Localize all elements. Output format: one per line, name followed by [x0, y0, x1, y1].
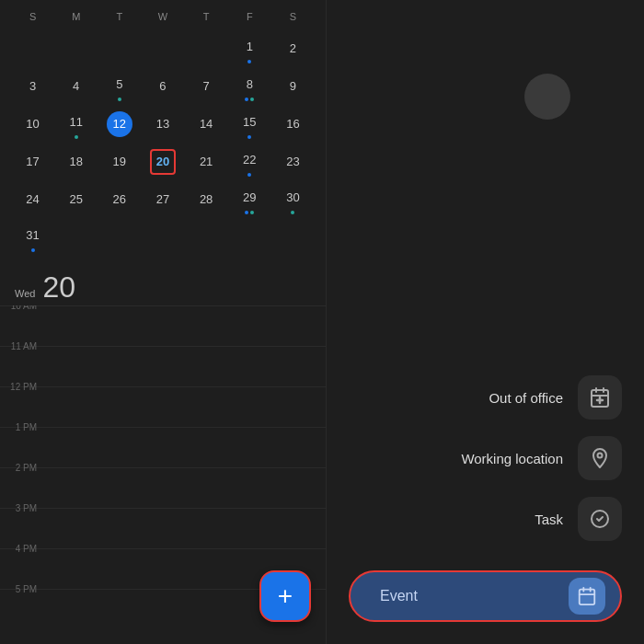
- cal-cell-9[interactable]: 9: [271, 67, 315, 105]
- cal-cell-17[interactable]: 17: [11, 143, 54, 180]
- task-menu-item[interactable]: Task: [349, 497, 622, 541]
- cal-cell-10[interactable]: 10: [11, 105, 54, 143]
- cal-cell: [98, 29, 141, 67]
- time-slot-11am: 11 AM: [0, 346, 326, 386]
- time-slot-1pm: 1 PM: [0, 427, 326, 467]
- add-fab-button[interactable]: +: [259, 570, 311, 622]
- out-of-office-icon: [589, 386, 611, 408]
- calendar-icon: [577, 586, 597, 606]
- right-panel: Out of office Working: [327, 0, 644, 644]
- time-label: 3 PM: [0, 503, 44, 513]
- svg-rect-10: [580, 590, 595, 605]
- cal-cell-27[interactable]: 27: [141, 180, 184, 218]
- day-number-large: 20: [42, 272, 75, 302]
- svg-point-8: [598, 454, 603, 458]
- fab-menu: Out of office Working: [327, 357, 644, 559]
- day-header-s2: S: [271, 7, 315, 26]
- working-location-label: Working location: [461, 451, 563, 466]
- cal-cell-23[interactable]: 23: [271, 143, 315, 180]
- day-header-s1: S: [11, 7, 54, 26]
- time-label: 10 AM: [0, 305, 44, 311]
- cal-cell-empty: [54, 218, 98, 256]
- cal-cell-21[interactable]: 21: [185, 143, 228, 180]
- day-header-m: M: [54, 7, 98, 26]
- time-label: 5 PM: [0, 584, 44, 594]
- day-headers: S M T W T F S: [11, 7, 315, 26]
- cal-cell-empty: [228, 218, 271, 256]
- time-label: 1 PM: [0, 422, 44, 432]
- event-button-label: Event: [380, 588, 418, 604]
- day-view-header: Wed 20: [0, 263, 326, 305]
- cal-cell-29[interactable]: 29: [228, 180, 271, 218]
- time-slot-3pm: 3 PM: [0, 508, 326, 548]
- cal-cell-11[interactable]: 11: [54, 105, 98, 143]
- task-icon-button[interactable]: [578, 497, 622, 541]
- cal-cell-4[interactable]: 4: [54, 67, 98, 105]
- time-label: 11 AM: [0, 341, 44, 351]
- cal-cell-28[interactable]: 28: [185, 180, 228, 218]
- out-of-office-menu-item[interactable]: Out of office: [349, 375, 622, 420]
- cal-cell-31[interactable]: 31: [11, 218, 54, 256]
- time-label: 2 PM: [0, 463, 44, 473]
- day-header-w: W: [141, 7, 184, 26]
- cal-cell-7[interactable]: 7: [185, 67, 228, 105]
- cal-cell-24[interactable]: 24: [11, 180, 54, 218]
- cal-cell-8[interactable]: 8: [228, 67, 271, 105]
- time-slot-12pm: 12 PM: [0, 386, 326, 427]
- cal-cell: [185, 29, 228, 67]
- event-icon-button: [569, 578, 605, 615]
- cal-cell-empty: [141, 218, 184, 256]
- day-header-t1: T: [98, 7, 141, 26]
- out-of-office-icon-button[interactable]: [578, 375, 622, 420]
- cal-cell-empty: [271, 218, 315, 256]
- time-slot-2pm: 2 PM: [0, 467, 326, 508]
- cal-cell: [141, 29, 184, 67]
- cal-cell-30[interactable]: 30: [271, 180, 315, 218]
- time-label: 4 PM: [0, 544, 44, 554]
- calendar-grid: 1 2 3 4 5 6 7 8 9 10 11 12 13 14 15 16 1…: [11, 29, 315, 256]
- location-icon: [589, 447, 611, 469]
- cal-cell-26[interactable]: 26: [98, 180, 141, 218]
- time-label: 12 PM: [0, 382, 44, 392]
- time-view: 10 AM 11 AM 12 PM 1 PM 2 PM 3 PM: [0, 305, 326, 644]
- right-top-area: [327, 0, 644, 357]
- cal-cell-22[interactable]: 22: [228, 143, 271, 180]
- cal-cell-empty: [185, 218, 228, 256]
- cal-cell-6[interactable]: 6: [141, 67, 184, 105]
- day-header-f: F: [228, 7, 271, 26]
- cal-cell-15[interactable]: 15: [228, 105, 271, 143]
- cal-cell-5[interactable]: 5: [98, 67, 141, 105]
- calendar-section: S M T W T F S 1 2 3 4 5 6 7 8 9 10: [0, 0, 326, 263]
- cal-cell: [54, 29, 98, 67]
- left-panel: S M T W T F S 1 2 3 4 5 6 7 8 9 10: [0, 0, 327, 644]
- fab-container: +: [259, 570, 311, 622]
- cal-cell-13[interactable]: 13: [141, 105, 184, 143]
- day-header-t2: T: [185, 7, 228, 26]
- cal-cell-1[interactable]: 1: [228, 29, 271, 67]
- task-label: Task: [535, 512, 563, 527]
- cal-cell-19[interactable]: 19: [98, 143, 141, 180]
- cal-cell-20-selected[interactable]: 20: [141, 143, 184, 180]
- working-location-icon-button[interactable]: [578, 436, 622, 480]
- cal-cell: [11, 29, 54, 67]
- event-button-container: Event: [327, 559, 644, 644]
- cal-cell-empty: [98, 218, 141, 256]
- working-location-menu-item[interactable]: Working location: [349, 436, 622, 480]
- out-of-office-label: Out of office: [489, 390, 563, 406]
- cal-cell-25[interactable]: 25: [54, 180, 98, 218]
- plus-icon: +: [278, 583, 293, 609]
- cal-cell-16[interactable]: 16: [271, 105, 315, 143]
- profile-circle: [524, 74, 570, 120]
- cal-cell-3[interactable]: 3: [11, 67, 54, 105]
- cal-cell-18[interactable]: 18: [54, 143, 98, 180]
- cal-cell-12-today[interactable]: 12: [98, 105, 141, 143]
- time-slot-10am: 10 AM: [0, 305, 326, 346]
- event-button[interactable]: Event: [349, 570, 622, 622]
- day-label: Wed: [15, 288, 35, 299]
- cal-cell-2[interactable]: 2: [271, 29, 315, 67]
- task-icon: [589, 508, 611, 530]
- cal-cell-14[interactable]: 14: [185, 105, 228, 143]
